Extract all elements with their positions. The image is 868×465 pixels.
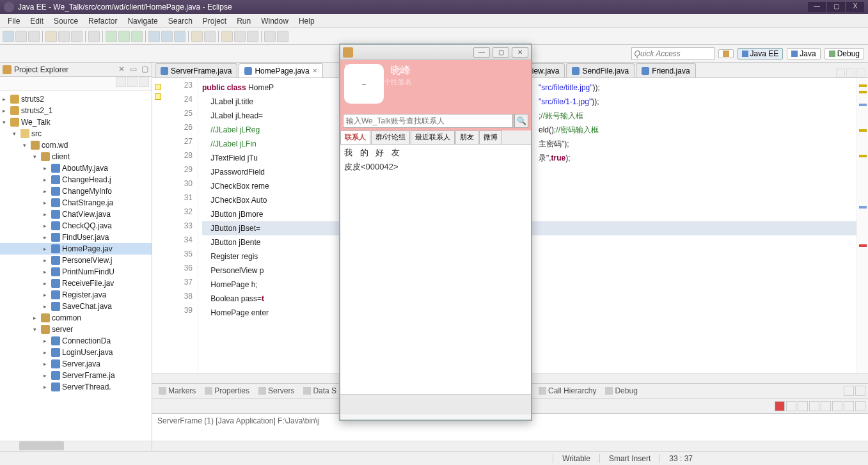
user-signature[interactable]: 个性签名	[384, 77, 412, 87]
tree-node[interactable]: ▸Server.java	[0, 358, 152, 370]
contact-group[interactable]: 我 的 好 友	[344, 147, 527, 159]
tab-groups[interactable]: 群/讨论组	[371, 130, 410, 144]
remove-all-icon[interactable]	[798, 401, 808, 411]
menu-edit[interactable]: Edit	[25, 15, 49, 27]
editor-tab[interactable]: Friend.java	[636, 63, 695, 77]
perspective-java[interactable]: Java	[787, 48, 820, 59]
tab-callhierarchy[interactable]: Call Hierarchy	[535, 385, 600, 397]
tree-node[interactable]: ▸ServerThread.	[0, 381, 152, 393]
new-pkg-icon[interactable]	[148, 31, 160, 42]
menu-search[interactable]: Search	[163, 15, 198, 27]
tree-node[interactable]: ▸common	[0, 312, 152, 324]
save-icon[interactable]	[15, 31, 27, 42]
contact-list[interactable]: 我 的 好 友 皮皮<000042>	[340, 145, 531, 394]
remove-launch-icon[interactable]	[786, 401, 796, 411]
tab-friends[interactable]: 朋友	[455, 130, 478, 144]
overview-ruler[interactable]	[856, 78, 868, 373]
fwd-icon[interactable]	[277, 31, 288, 42]
open-perspective-button[interactable]	[718, 49, 734, 58]
terminate-icon[interactable]	[775, 401, 785, 411]
debug-icon[interactable]	[106, 31, 117, 42]
tree-node[interactable]: ▸ChangeMyInfo	[0, 185, 152, 197]
editor-tab[interactable]: ServerFrame.java	[155, 63, 237, 77]
tool-icon[interactable]	[45, 31, 57, 42]
new-if-icon[interactable]	[174, 31, 185, 42]
editor-maximize-icon[interactable]	[856, 68, 865, 77]
console-hscroll[interactable]	[152, 441, 868, 451]
tree-node[interactable]: ▸ChatStrange.ja	[0, 197, 152, 209]
tree-node[interactable]: ▸struts2	[0, 93, 152, 105]
editor-tab[interactable]: HomePage.java✕	[239, 63, 322, 77]
tree-node[interactable]: ▸SaveChat.java	[0, 301, 152, 312]
window-minimize[interactable]: —	[808, 2, 826, 12]
app-close[interactable]: ✕	[512, 47, 528, 58]
app-minimize[interactable]: —	[473, 47, 490, 58]
open-type-icon[interactable]	[191, 31, 203, 42]
tab-recent[interactable]: 最近联系人	[411, 130, 455, 144]
menu-window[interactable]: Window	[256, 15, 294, 27]
view-minimize-icon[interactable]: ▭	[129, 65, 138, 74]
menu-run[interactable]: Run	[232, 15, 256, 27]
tree-node[interactable]: ▸HomePage.jav	[0, 243, 152, 255]
menu-navigate[interactable]: Navigate	[122, 15, 162, 27]
next-ann-icon[interactable]	[234, 31, 246, 42]
run-icon[interactable]	[118, 31, 130, 42]
tree-node[interactable]: ▸AboutMy.java	[0, 162, 152, 174]
tab-servers[interactable]: Servers	[255, 385, 298, 397]
search-button[interactable]: 🔍	[514, 114, 528, 128]
perspective-javaee[interactable]: Java EE	[738, 48, 784, 59]
view-minimize-icon[interactable]	[844, 386, 854, 396]
tree-node[interactable]: ▸struts2_1	[0, 105, 152, 116]
scroll-lock-icon[interactable]	[821, 401, 831, 411]
quick-access-input[interactable]	[631, 47, 714, 60]
explorer-close[interactable]: ✕	[117, 65, 126, 74]
view-maximize-icon[interactable]	[855, 386, 865, 396]
tab-markers[interactable]: Markers	[155, 385, 200, 397]
tool-icon[interactable]	[58, 31, 70, 42]
editor-toolbar-icon[interactable]	[846, 68, 855, 77]
tree-node[interactable]: ▾com.wd	[0, 139, 152, 151]
menu-help[interactable]: Help	[294, 15, 320, 27]
tree-node[interactable]: ▾We_Talk	[0, 116, 152, 128]
editor-tab[interactable]: SendFile.java	[566, 63, 635, 77]
tab-close-icon[interactable]: ✕	[312, 67, 317, 74]
tree-node[interactable]: ▾client	[0, 151, 152, 162]
link-editor-icon[interactable]	[127, 77, 138, 87]
open-console-icon[interactable]	[855, 401, 865, 411]
new-class-icon[interactable]	[161, 31, 173, 42]
tree-node[interactable]: ▸ChangeHead.j	[0, 174, 152, 185]
project-tree[interactable]: ▸struts2▸struts2_1▾We_Talk▾src▾com.wd▾cl…	[0, 91, 152, 441]
tree-node[interactable]: ▸ChatView.java	[0, 209, 152, 220]
new-icon[interactable]	[3, 31, 14, 42]
back-icon[interactable]	[264, 31, 276, 42]
tab-properties[interactable]: Properties	[201, 385, 253, 397]
tree-node[interactable]: ▾src	[0, 128, 152, 139]
app-maximize[interactable]: ▢	[493, 47, 509, 58]
tool-icon[interactable]	[71, 31, 83, 42]
collapse-all-icon[interactable]	[116, 77, 126, 87]
run-ext-icon[interactable]	[131, 31, 143, 42]
tab-weibo[interactable]: 微博	[479, 130, 502, 144]
pin-console-icon[interactable]	[832, 401, 842, 411]
tree-node[interactable]: ▸PersonelView.j	[0, 255, 152, 266]
display-console-icon[interactable]	[844, 401, 854, 411]
menu-refactor[interactable]: Refactor	[83, 15, 122, 27]
contact-search-input[interactable]	[343, 114, 513, 128]
build-icon[interactable]	[88, 31, 100, 42]
tree-node[interactable]: ▸Register.java	[0, 289, 152, 301]
clear-console-icon[interactable]	[809, 401, 819, 411]
window-close[interactable]: X	[846, 2, 864, 12]
perspective-debug[interactable]: Debug	[825, 48, 864, 59]
tree-node[interactable]: ▸ReceiveFile.jav	[0, 278, 152, 289]
menu-source[interactable]: Source	[49, 15, 83, 27]
app-titlebar[interactable]: — ▢ ✕	[340, 45, 531, 60]
view-menu-icon[interactable]	[139, 77, 149, 87]
tab-contacts[interactable]: 联系人	[340, 130, 370, 144]
tree-node[interactable]: ▸CheckQQ.java	[0, 220, 152, 232]
menu-project[interactable]: Project	[198, 15, 232, 27]
contact-item[interactable]: 皮皮<000042>	[344, 161, 527, 173]
tree-node[interactable]: ▸ConnectionDa	[0, 335, 152, 347]
editor-toolbar-icon[interactable]	[836, 68, 845, 77]
tree-node[interactable]: ▸FindUser.java	[0, 232, 152, 243]
search-icon[interactable]	[204, 31, 216, 42]
